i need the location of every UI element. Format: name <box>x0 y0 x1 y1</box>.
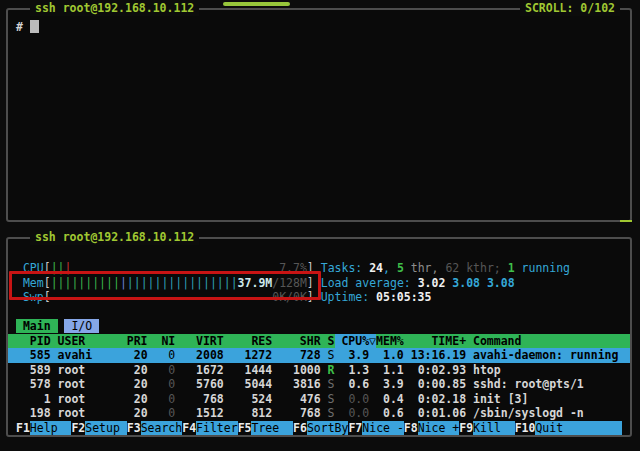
cell-time: 0:02.18 <box>404 392 466 406</box>
fkey-number: F1 <box>16 421 30 435</box>
cell-time: 13:16.19 <box>404 348 466 362</box>
process-row[interactable]: 198 root 20 0 1512 812 768 S 0.0 0.6 0:0… <box>8 406 630 421</box>
header-sort-column-cpu[interactable]: CPU%▽ <box>335 334 377 348</box>
cell-command: /sbin/syslogd -n <box>466 406 584 420</box>
tab-bar: Main I/O <box>8 319 630 334</box>
fkey-f3[interactable]: F3Search <box>127 421 182 436</box>
cell-time: 0:02.93 <box>404 363 466 377</box>
fkey-f2[interactable]: F2Setup <box>71 421 126 436</box>
fkey-number: F9 <box>459 421 473 435</box>
cell-user: avahi <box>58 348 120 362</box>
cell-shr: 728 <box>272 348 320 362</box>
cell-command: init [3] <box>466 392 528 406</box>
fkey-label: SortBy <box>307 421 349 435</box>
fkey-label: Filter <box>196 421 238 435</box>
cell-time: 0:00.85 <box>404 377 466 391</box>
fkey-f4[interactable]: F4Filter <box>182 421 237 436</box>
cell-res: 5044 <box>224 377 272 391</box>
cell-cpu: 0.0 <box>335 392 370 406</box>
fkey-f6[interactable]: F6SortBy <box>293 421 348 436</box>
fkey-number: F6 <box>293 421 307 435</box>
process-row[interactable]: 578 root 20 0 5760 5044 3816 S 0.6 3.9 0… <box>8 377 630 392</box>
pane-border-accent <box>620 220 632 222</box>
cell-pid: 198 <box>16 406 58 420</box>
table-header[interactable]: PID USER PRI NI VIRT RES SHR S CPU%▽MEM%… <box>8 334 630 349</box>
cell-mem: 1.1 <box>369 363 404 377</box>
cell-cpu: 0.6 <box>335 377 370 391</box>
fkey-label: Search <box>141 421 183 435</box>
cell-pid: 589 <box>16 363 58 377</box>
ssh-pane-htop: ssh root@192.168.10.112 CPU[||| 7.7%] Ta… <box>6 237 632 437</box>
fkey-f9[interactable]: F9Kill <box>459 421 514 436</box>
cell-user: root <box>58 363 120 377</box>
fkey-label: Nice - <box>362 421 404 435</box>
cell-shr: 3816 <box>272 377 320 391</box>
cell-state: S <box>321 377 335 391</box>
cell-state: S <box>321 406 335 420</box>
cell-pri: 20 <box>120 392 148 406</box>
cell-shr: 768 <box>272 406 320 420</box>
cell-pid: 1 <box>16 392 58 406</box>
cell-command: avahi-daemon: running <box>466 348 618 362</box>
cell-pri: 20 <box>120 348 148 362</box>
process-row[interactable]: 585 avahi 20 0 2008 1272 728 S 3.9 1.0 1… <box>8 348 630 363</box>
cell-cpu: 0.0 <box>335 406 370 420</box>
fkey-f5[interactable]: F5Tree <box>238 421 293 436</box>
fkey-f1[interactable]: F1Help <box>16 421 71 436</box>
fkey-number: F5 <box>238 421 252 435</box>
fkey-label: Quit <box>535 421 577 435</box>
fkey-label: Kill <box>473 421 515 435</box>
cell-res: 1444 <box>224 363 272 377</box>
cell-mem: 1.0 <box>369 348 404 362</box>
tab-i-o[interactable]: I/O <box>64 319 99 333</box>
cell-virt: 1672 <box>175 363 223 377</box>
cell-mem: 0.6 <box>369 406 404 420</box>
htop-screen: CPU[||| 7.7%] Tasks: 24, 5 thr, 62 kthr;… <box>8 239 630 435</box>
fkey-bar-filler <box>577 421 622 436</box>
fkey-f8[interactable]: F8Nice + <box>404 421 459 436</box>
cell-command: htop <box>466 363 501 377</box>
fkey-number: F3 <box>127 421 141 435</box>
fkey-number: F4 <box>182 421 196 435</box>
cell-ni: 0 <box>148 377 176 391</box>
cell-ni: 0 <box>148 392 176 406</box>
cell-res: 812 <box>224 406 272 420</box>
ssh-pane-top: ssh root@192.168.10.112 SCROLL: 0/102 # <box>6 8 632 222</box>
cell-user: root <box>58 377 120 391</box>
fkey-number: F2 <box>71 421 85 435</box>
annotation-red-box <box>9 271 321 300</box>
fkey-label: Nice + <box>418 421 460 435</box>
cell-pri: 20 <box>120 363 148 377</box>
fkey-label: Setup <box>85 421 127 435</box>
cell-pid: 578 <box>16 377 58 391</box>
cell-ni: 0 <box>148 363 176 377</box>
top-green-bar <box>223 2 290 6</box>
fkey-number: F10 <box>515 421 536 435</box>
fkey-number: F7 <box>348 421 362 435</box>
cell-virt: 1512 <box>175 406 223 420</box>
fkey-f7[interactable]: F7Nice - <box>348 421 403 436</box>
cell-res: 1272 <box>224 348 272 362</box>
cell-mem: 0.4 <box>369 392 404 406</box>
cell-shr: 1000 <box>272 363 320 377</box>
cell-pri: 20 <box>120 406 148 420</box>
fkey-label: Tree <box>251 421 293 435</box>
cell-shr: 476 <box>272 392 320 406</box>
cell-state: S <box>321 348 335 362</box>
terminal-cursor <box>30 20 39 33</box>
cell-res: 524 <box>224 392 272 406</box>
cell-virt: 768 <box>175 392 223 406</box>
cell-time: 0:01.06 <box>404 406 466 420</box>
fkey-f10[interactable]: F10Quit <box>515 421 577 436</box>
process-row[interactable]: 589 root 20 0 1672 1444 1000 R 1.3 1.1 0… <box>8 363 630 378</box>
cell-virt: 2008 <box>175 348 223 362</box>
tab-main[interactable]: Main <box>16 319 58 333</box>
cell-cpu: 3.9 <box>335 348 370 362</box>
header-cells-right: MEM% TIME+ Command <box>376 334 521 348</box>
scroll-indicator: SCROLL: 0/102 <box>520 1 620 16</box>
process-row[interactable]: 1 root 20 0 768 524 476 S 0.0 0.4 0:02.1… <box>8 392 630 407</box>
cell-user: root <box>58 406 120 420</box>
cell-state: R <box>321 363 335 377</box>
cell-command: sshd: root@pts/1 <box>466 377 584 391</box>
cell-cpu: 1.3 <box>335 363 370 377</box>
